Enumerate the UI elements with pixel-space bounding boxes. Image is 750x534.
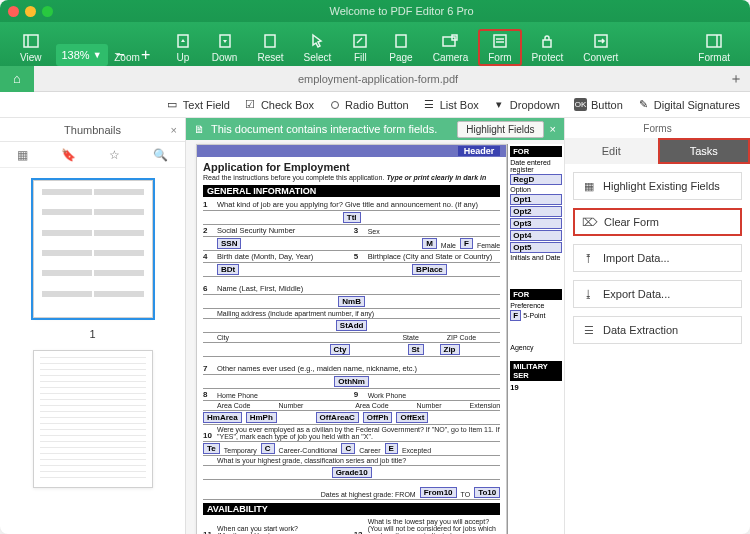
close-thumbnails-button[interactable]: × [171, 124, 177, 136]
digital-signatures-tool[interactable]: ✎Digital Signatures [637, 98, 740, 111]
page-up-icon [174, 32, 192, 50]
field-ssn[interactable]: SSN [217, 238, 241, 249]
field-office-area[interactable]: OffAreaC [316, 412, 359, 423]
add-tab-button[interactable]: ＋ [722, 70, 750, 88]
convert-button[interactable]: Convert [573, 29, 628, 66]
highlight-fields-button[interactable]: Highlight Fields [457, 121, 543, 138]
window-controls [8, 6, 53, 17]
check-box-tool[interactable]: ☑Check Box [244, 98, 314, 111]
page-right-column: FOR Date entered register RegD Option Op… [507, 144, 564, 534]
data-extraction-button[interactable]: ☰Data Extraction [573, 316, 742, 344]
cursor-icon [308, 32, 326, 50]
zoom-value[interactable]: 138%▼ [56, 44, 108, 66]
field-excepted[interactable]: E [385, 443, 398, 454]
field-office-ext[interactable]: OffExt [396, 412, 428, 423]
reset-button[interactable]: Reset [247, 29, 293, 66]
view-button[interactable]: View [10, 29, 52, 66]
field-birthdate[interactable]: BDt [217, 264, 239, 275]
export-data-button[interactable]: ⭳Export Data... [573, 280, 742, 308]
field-grade[interactable]: Grade10 [332, 467, 372, 478]
page-up-button[interactable]: Up [164, 29, 202, 66]
titlebar: Welcome to PDF Editor 6 Pro [0, 0, 750, 22]
close-banner-button[interactable]: × [550, 123, 556, 135]
tab-edit[interactable]: Edit [565, 138, 658, 164]
dropdown-tool[interactable]: ▾Dropdown [493, 98, 560, 111]
field-to[interactable]: To10 [474, 487, 500, 498]
select-button[interactable]: Select [294, 29, 342, 66]
document-tab[interactable]: employment-application-form.pdf [34, 73, 722, 85]
field-name[interactable]: NmB [338, 296, 365, 307]
text-field-tool[interactable]: ▭Text Field [166, 98, 230, 111]
field-male[interactable]: M [422, 238, 437, 249]
field-home-area[interactable]: HmArea [203, 412, 242, 423]
sidebar-icon [22, 32, 40, 50]
field-5pt[interactable]: F [510, 310, 521, 321]
field-home-phone[interactable]: HmPh [246, 412, 277, 423]
thumbnails-title: Thumbnails [64, 124, 121, 136]
field-female[interactable]: F [460, 238, 473, 249]
field-title[interactable]: Ttl [343, 212, 361, 223]
fill-button[interactable]: Fill [341, 29, 379, 66]
field-opt1[interactable]: Opt1 [510, 194, 562, 205]
field-opt4[interactable]: Opt4 [510, 230, 562, 241]
form-icon [491, 32, 509, 50]
clear-form-button[interactable]: ⌦Clear Form [573, 208, 742, 236]
minimize-window-button[interactable] [25, 6, 36, 17]
camera-button[interactable]: Camera [423, 29, 479, 66]
window-title: Welcome to PDF Editor 6 Pro [53, 5, 750, 17]
field-office-phone[interactable]: OffPh [363, 412, 393, 423]
form-button[interactable]: Form [478, 29, 521, 66]
thumbnails-star-button[interactable]: ☆ [109, 148, 120, 162]
page-button[interactable]: Page [379, 29, 422, 66]
field-opt2[interactable]: Opt2 [510, 206, 562, 217]
import-data-button[interactable]: ⭱Import Data... [573, 244, 742, 272]
field-temp[interactable]: Te [203, 443, 220, 454]
thumbnail-page-1[interactable] [33, 180, 153, 318]
check-box-icon: ☑ [244, 98, 257, 111]
home-tab-button[interactable]: ⌂ [0, 66, 34, 92]
list-box-tool[interactable]: ☰List Box [423, 98, 479, 111]
svg-rect-12 [543, 40, 551, 47]
extract-icon: ☰ [582, 324, 595, 337]
field-regd[interactable]: RegD [510, 174, 562, 185]
field-opt5[interactable]: Opt5 [510, 242, 562, 253]
close-window-button[interactable] [8, 6, 19, 17]
list-box-icon: ☰ [423, 98, 436, 111]
radio-button-tool[interactable]: Radio Button [328, 98, 409, 111]
lock-icon [538, 32, 556, 50]
tab-tasks[interactable]: Tasks [658, 138, 751, 164]
svg-rect-4 [265, 35, 275, 47]
highlight-icon: ▦ [582, 180, 595, 193]
svg-rect-9 [494, 35, 506, 47]
thumbnails-search-button[interactable]: 🔍 [153, 148, 168, 162]
field-state[interactable]: St [408, 344, 424, 355]
fullscreen-window-button[interactable] [42, 6, 53, 17]
field-cc[interactable]: C [261, 443, 275, 454]
thumbnails-bookmark-button[interactable]: 🔖 [61, 148, 76, 162]
page-down-button[interactable]: Down [202, 29, 248, 66]
field-opt3[interactable]: Opt3 [510, 218, 562, 229]
field-zip[interactable]: Zip [440, 344, 460, 355]
highlight-existing-fields-button[interactable]: ▦Highlight Existing Fields [573, 172, 742, 200]
field-address[interactable]: StAdd [336, 320, 368, 331]
header-field[interactable]: Header [197, 145, 506, 157]
button-tool[interactable]: OKButton [574, 98, 623, 111]
zoom-label: Zoom [114, 52, 140, 63]
panel-icon [705, 32, 723, 50]
camera-icon [441, 32, 459, 50]
field-birthplace[interactable]: BPlace [412, 264, 447, 275]
section-availability: AVAILABILITY [203, 503, 500, 515]
thumbnail-page-2[interactable] [33, 350, 153, 488]
field-city[interactable]: Cty [330, 344, 351, 355]
svg-rect-14 [707, 35, 721, 47]
thumbnails-grid-button[interactable]: ▦ [17, 148, 28, 162]
protect-button[interactable]: Protect [522, 29, 574, 66]
page-down-icon [216, 32, 234, 50]
format-button[interactable]: Format [688, 29, 740, 66]
field-other-names[interactable]: OthNm [334, 376, 369, 387]
field-career[interactable]: C [341, 443, 355, 454]
tab-bar: ⌂ employment-application-form.pdf ＋ [0, 66, 750, 92]
field-from[interactable]: From10 [420, 487, 457, 498]
document-scroll[interactable]: Header Application for Employment Read t… [186, 140, 564, 534]
page-icon [392, 32, 410, 50]
